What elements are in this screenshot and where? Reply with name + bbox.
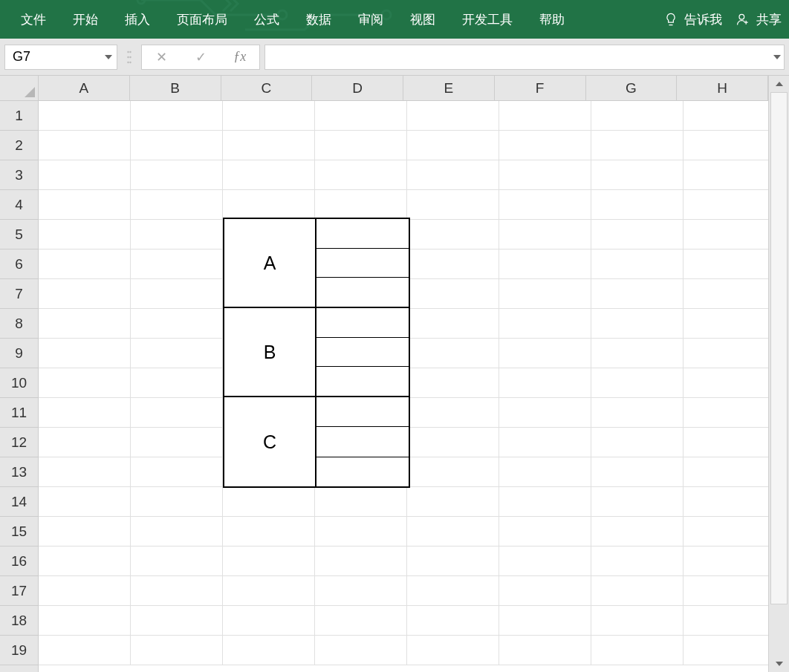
cell[interactable] (684, 339, 776, 368)
cell[interactable] (407, 487, 499, 517)
cell[interactable] (39, 368, 131, 398)
row-header[interactable]: 4 (0, 190, 38, 220)
cell[interactable] (499, 517, 591, 547)
cell[interactable] (407, 517, 499, 547)
ribbon-tab-7[interactable]: 视图 (397, 0, 449, 39)
cell[interactable] (131, 606, 223, 636)
share-button[interactable]: 共享 (736, 11, 782, 28)
cell[interactable] (131, 160, 223, 190)
cell[interactable] (407, 279, 499, 309)
formula-input[interactable] (264, 45, 785, 70)
column-header[interactable]: H (677, 76, 768, 101)
ribbon-tab-6[interactable]: 审阅 (345, 0, 397, 39)
cell[interactable] (223, 517, 315, 547)
cell[interactable] (315, 160, 407, 190)
cell[interactable] (591, 131, 684, 160)
cell[interactable] (591, 220, 684, 249)
cell[interactable] (499, 131, 591, 160)
cell[interactable] (131, 547, 223, 576)
cell[interactable] (131, 309, 223, 339)
cell[interactable] (39, 428, 131, 457)
cell[interactable] (39, 309, 131, 339)
cell[interactable] (591, 428, 684, 457)
confirm-button[interactable]: ✓ (181, 45, 221, 69)
cell[interactable] (684, 398, 776, 428)
cell[interactable] (131, 636, 223, 665)
ribbon-tab-8[interactable]: 开发工具 (449, 0, 526, 39)
cell[interactable] (684, 547, 776, 576)
row-header[interactable]: 13 (0, 457, 38, 487)
vertical-scrollbar[interactable] (768, 76, 789, 672)
formula-expand-icon[interactable] (773, 55, 781, 59)
cell[interactable] (39, 160, 131, 190)
cell[interactable] (39, 457, 131, 487)
cell[interactable] (407, 428, 499, 457)
cell[interactable] (499, 428, 591, 457)
cell[interactable] (407, 131, 499, 160)
cell[interactable] (407, 636, 499, 665)
table-subcell[interactable] (316, 457, 409, 486)
row-header[interactable]: 3 (0, 160, 38, 190)
row-header[interactable]: 7 (0, 279, 38, 309)
table-subcell[interactable] (316, 397, 409, 427)
cell[interactable] (223, 101, 315, 131)
cell[interactable] (499, 398, 591, 428)
table-subcell[interactable] (316, 367, 409, 396)
cell[interactable] (499, 101, 591, 131)
row-header[interactable]: 16 (0, 547, 38, 576)
cell[interactable] (223, 190, 315, 220)
cell[interactable] (131, 249, 223, 279)
cell[interactable] (407, 339, 499, 368)
column-header[interactable]: E (403, 76, 495, 101)
cell[interactable] (499, 606, 591, 636)
cell[interactable] (591, 457, 684, 487)
cell[interactable] (39, 487, 131, 517)
cell[interactable] (131, 517, 223, 547)
cell[interactable] (131, 487, 223, 517)
cell[interactable] (684, 487, 776, 517)
cell[interactable] (591, 636, 684, 665)
cell[interactable] (131, 131, 223, 160)
ribbon-tab-0[interactable]: 文件 (7, 0, 59, 39)
cell[interactable] (131, 428, 223, 457)
cell[interactable] (315, 547, 407, 576)
cell[interactable] (591, 368, 684, 398)
cell[interactable] (223, 160, 315, 190)
cell[interactable] (591, 309, 684, 339)
table-subcell[interactable] (316, 249, 409, 278)
cell[interactable] (591, 547, 684, 576)
row-header[interactable]: 5 (0, 220, 38, 249)
cell[interactable] (684, 606, 776, 636)
cell[interactable] (39, 249, 131, 279)
cell[interactable] (223, 487, 315, 517)
cell[interactable] (223, 547, 315, 576)
cell[interactable] (407, 220, 499, 249)
ribbon-tab-2[interactable]: 插入 (111, 0, 163, 39)
column-header[interactable]: B (130, 76, 221, 101)
cell[interactable] (315, 517, 407, 547)
row-header[interactable]: 1 (0, 101, 38, 131)
cell[interactable] (407, 576, 499, 606)
row-header[interactable]: 11 (0, 398, 38, 428)
cell[interactable] (39, 190, 131, 220)
cell[interactable] (684, 309, 776, 339)
table-subcell[interactable] (316, 338, 409, 368)
row-header[interactable]: 17 (0, 576, 38, 606)
row-header[interactable]: 10 (0, 368, 38, 398)
scroll-down-icon[interactable] (769, 656, 789, 672)
scroll-thumb[interactable] (770, 92, 788, 604)
cell[interactable] (39, 517, 131, 547)
table-subcell[interactable] (316, 427, 409, 457)
cell[interactable] (315, 606, 407, 636)
cell[interactable] (315, 101, 407, 131)
cell[interactable] (39, 101, 131, 131)
cell[interactable] (684, 190, 776, 220)
cancel-button[interactable]: ✕ (142, 45, 181, 69)
cell[interactable] (499, 160, 591, 190)
cell[interactable] (131, 398, 223, 428)
scroll-up-icon[interactable] (769, 76, 789, 92)
cell[interactable] (499, 368, 591, 398)
column-header[interactable]: F (495, 76, 586, 101)
cell[interactable] (131, 368, 223, 398)
cell[interactable] (39, 220, 131, 249)
